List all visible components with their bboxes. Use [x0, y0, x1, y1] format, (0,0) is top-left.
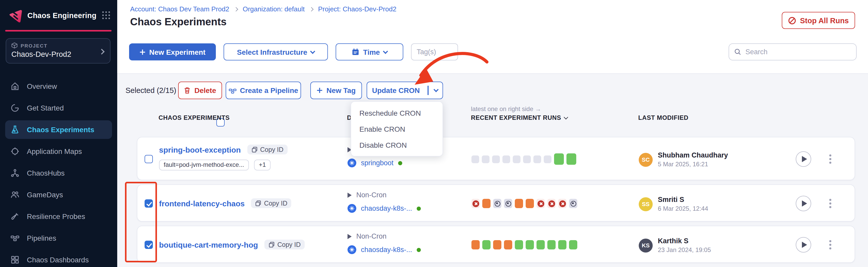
flask-icon — [10, 125, 20, 134]
run-indicator-empty[interactable] — [513, 155, 521, 163]
menu-item-reschedule-cron[interactable]: Reschedule CRON — [351, 105, 442, 121]
copy-icon — [255, 200, 261, 206]
run-indicator-passed[interactable] — [536, 240, 545, 249]
run-indicator-failed[interactable] — [558, 199, 566, 208]
run-indicator-passed[interactable] — [526, 240, 534, 249]
recent-runs-strip[interactable] — [471, 199, 577, 208]
run-indicator-empty[interactable] — [492, 155, 500, 163]
breadcrumb-account-link[interactable]: Account: Chaos Dev Team Prod2 — [130, 5, 229, 13]
sidebar-item-chaoshubs[interactable]: ChaosHubs — [5, 164, 112, 182]
schedule-type: Non-Cron — [356, 191, 386, 199]
run-indicator-passed[interactable] — [482, 240, 491, 249]
run-indicator-stopped[interactable] — [504, 199, 512, 208]
menu-item-enable-cron[interactable]: Enable CRON — [351, 121, 442, 137]
update-cron-split-button[interactable]: Update CRON — [367, 82, 443, 99]
active-status-dot — [417, 248, 421, 252]
sidebar-item-application-maps[interactable]: Application Maps — [5, 142, 112, 160]
schedule-type: Non-Cron — [356, 232, 386, 240]
experiment-name-link[interactable]: spring-boot-exception — [159, 145, 241, 154]
run-indicator-empty[interactable] — [482, 155, 490, 163]
copy-id-button[interactable]: Copy ID — [265, 240, 305, 249]
row-checkbox[interactable] — [145, 199, 153, 208]
infrastructure-link[interactable]: chaosday-k8s-... — [361, 246, 412, 254]
sidebar-item-chaos-experiments[interactable]: Chaos Experiments — [5, 120, 112, 139]
run-indicator-passed[interactable] — [554, 153, 564, 165]
row-menu-kebab-icon[interactable] — [829, 203, 831, 205]
run-indicator-passed[interactable] — [515, 240, 523, 249]
run-indicator-running[interactable] — [515, 199, 523, 208]
tags-filter-input[interactable] — [411, 43, 458, 60]
module-grid-icon[interactable] — [102, 11, 110, 19]
experiment-name-link[interactable]: boutique-cart-memory-hog — [159, 240, 258, 249]
run-indicator-stopped[interactable] — [493, 199, 501, 208]
run-indicator-empty[interactable] — [523, 155, 531, 163]
run-indicator-passed[interactable] — [566, 153, 576, 165]
sidebar-item-label: Chaos Dashboards — [27, 256, 89, 264]
sidebar-item-gamedays[interactable]: GameDays — [5, 185, 112, 204]
run-experiment-button[interactable] — [796, 196, 811, 211]
table-row[interactable]: boutique-cart-memory-hog Copy ID Non-Cro… — [137, 226, 855, 263]
run-indicator-running[interactable] — [504, 240, 512, 249]
menu-item-disable-cron[interactable]: Disable CRON — [351, 137, 442, 153]
infrastructure-link[interactable]: springboot — [361, 159, 394, 167]
recent-runs-strip[interactable] — [471, 240, 577, 249]
row-checkbox[interactable] — [145, 241, 153, 249]
run-indicator-passed[interactable] — [547, 240, 556, 249]
run-indicator-stopped[interactable] — [569, 199, 577, 208]
tags-input[interactable] — [417, 48, 452, 56]
tag-chip-more[interactable]: +1 — [254, 159, 270, 170]
play-icon[interactable] — [347, 192, 352, 198]
run-indicator-failed[interactable] — [536, 199, 545, 208]
run-indicator-empty[interactable] — [533, 155, 541, 163]
breadcrumb: Account: Chaos Dev Team Prod2 Organizati… — [130, 5, 396, 13]
table-row[interactable]: spring-boot-exception Copy ID fault=pod-… — [137, 137, 855, 180]
sidebar-item-label: Chaos Experiments — [27, 125, 94, 134]
experiment-name-link[interactable]: frontend-latency-chaos — [159, 199, 245, 208]
delete-button[interactable]: Delete — [178, 82, 222, 99]
modified-by-name: Smriti S — [658, 196, 708, 204]
play-icon[interactable] — [347, 234, 352, 239]
sidebar-item-resilience-probes[interactable]: Resilience Probes — [5, 207, 112, 226]
sidebar-item-chaos-dashboards[interactable]: Chaos Dashboards — [5, 250, 112, 267]
run-indicator-passed[interactable] — [569, 240, 577, 249]
row-menu-kebab-icon[interactable] — [829, 244, 831, 246]
select-infrastructure-dropdown[interactable]: Select Infrastructure — [224, 43, 328, 60]
recent-runs-strip[interactable] — [471, 153, 576, 165]
chevron-down-icon[interactable] — [433, 87, 438, 92]
row-checkbox[interactable] — [145, 155, 153, 163]
chevron-right-icon — [234, 7, 238, 11]
tag-chip[interactable]: fault=pod-jvm-method-exce... — [159, 159, 249, 170]
new-tag-button[interactable]: New Tag — [310, 82, 362, 99]
search-box[interactable] — [728, 43, 857, 60]
run-indicator-running[interactable] — [471, 240, 480, 249]
stop-all-runs-button[interactable]: Stop All Runs — [782, 12, 855, 29]
breadcrumb-org-link[interactable]: Organization: default — [243, 5, 305, 13]
table-row[interactable]: frontend-latency-chaos Copy ID Non-Cron … — [137, 184, 855, 221]
sidebar-item-pipelines[interactable]: Pipelines — [5, 229, 112, 247]
sidebar-item-overview[interactable]: Overview — [5, 77, 112, 95]
run-indicator-empty[interactable] — [544, 155, 552, 163]
run-indicator-running[interactable] — [526, 199, 534, 208]
time-filter-dropdown[interactable]: Time — [336, 43, 403, 60]
run-indicator-running[interactable] — [493, 240, 501, 249]
run-experiment-button[interactable] — [796, 237, 811, 253]
breadcrumb-project-link[interactable]: Project: Chaos-Dev-Prod2 — [318, 5, 396, 13]
copy-id-button[interactable]: Copy ID — [251, 198, 291, 208]
row-menu-kebab-icon[interactable] — [829, 158, 831, 160]
create-pipeline-button[interactable]: Create a Pipeline — [226, 82, 301, 99]
run-experiment-button[interactable] — [796, 151, 811, 167]
run-indicator-passed[interactable] — [558, 240, 566, 249]
run-indicator-empty[interactable] — [471, 155, 479, 163]
run-indicator-running[interactable] — [482, 199, 491, 208]
network-icon — [10, 168, 20, 178]
project-selector[interactable]: PROJECT Chaos-Dev-Prod2 — [6, 38, 111, 63]
copy-id-button[interactable]: Copy ID — [247, 145, 288, 154]
column-header-recent-runs[interactable]: RECENT EXPERIMENT RUNS — [471, 114, 567, 121]
infrastructure-link[interactable]: chaosday-k8s-... — [361, 205, 412, 212]
run-indicator-empty[interactable] — [502, 155, 510, 163]
run-indicator-failed[interactable] — [471, 199, 480, 208]
run-indicator-failed[interactable] — [547, 199, 556, 208]
sidebar-item-get-started[interactable]: Get Started — [5, 99, 112, 117]
search-input[interactable] — [745, 48, 851, 56]
new-experiment-button[interactable]: New Experiment — [129, 43, 216, 60]
